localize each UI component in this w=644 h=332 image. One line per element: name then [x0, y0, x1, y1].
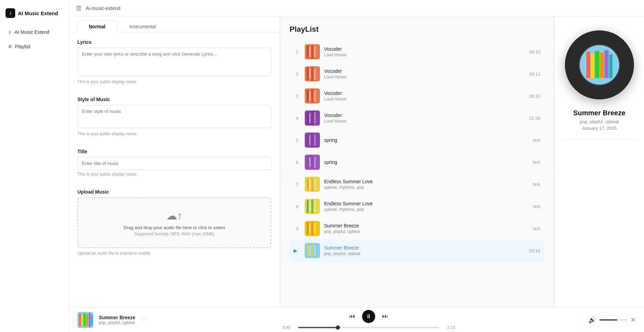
playlist-duration-4: N/A [527, 138, 540, 143]
playlist-num-0: 1 [294, 49, 301, 55]
app-logo-icon: ♪ [6, 8, 15, 18]
svg-rect-33 [311, 155, 313, 169]
playlist-thumb-6 [305, 177, 320, 192]
main-content: ☰ Ai-music-extend Normal Instrumental Ly… [69, 0, 644, 332]
tab-instrumental[interactable]: Instrumental [118, 21, 167, 32]
playlist-duration-6: N/A [527, 182, 540, 187]
upload-cloud-icon: ☁↑ [85, 209, 264, 222]
svg-rect-7 [307, 68, 309, 80]
style-textarea[interactable] [77, 105, 271, 128]
playlist-sub-9: pop, playful, upbeat [324, 251, 522, 256]
skip-forward-button[interactable]: ⏭ [382, 313, 388, 320]
playlist-item-2[interactable]: 3 Vocoder Loud House 00:10 [290, 85, 544, 107]
heart-icon[interactable]: ♡ [141, 316, 146, 324]
player-thumb-art [77, 312, 93, 328]
svg-rect-57 [311, 244, 313, 257]
playlist-sub-0: Loud House [324, 52, 522, 57]
skip-back-button[interactable]: ⏮ [349, 313, 355, 320]
svg-rect-72 [89, 313, 91, 327]
svg-rect-1 [307, 46, 309, 58]
playlist-title: PlayList [290, 25, 544, 34]
total-time: 2:16 [443, 325, 455, 330]
playlist-sub-1: Loud House [324, 75, 522, 79]
svg-rect-20 [309, 113, 311, 123]
playlist-item-7[interactable]: 8 Endless Summer Love upbeat, rhythmic, … [290, 195, 544, 217]
player-track-sub: pop, playful, upbeat [99, 320, 135, 325]
upload-section: Upload Music ☁↑ Drag and drop your audio… [69, 182, 280, 256]
svg-rect-3 [311, 45, 313, 59]
sidebar-item-ai-music-extend[interactable]: ♪ AI Music Extend [3, 26, 66, 39]
player-buttons: ⏮ ⏸ ⏭ [349, 310, 388, 323]
svg-rect-49 [307, 222, 309, 235]
playlist-name-1: Vocoder [324, 68, 522, 74]
pause-button[interactable]: ⏸ [362, 310, 375, 323]
svg-rect-2 [309, 47, 311, 57]
playlist-item-0[interactable]: 1 Vocoder Loud House 00:10 [290, 41, 544, 63]
bottom-player: Summer Breeze pop, playful, upbeat ♡ ⏮ ⏸… [69, 307, 644, 332]
svg-rect-26 [309, 135, 311, 145]
progress-thumb [336, 325, 340, 330]
playlist-item-3[interactable]: 4 Vocoder Loud House 01:35 [290, 107, 544, 129]
title-hint: This is your public display name. [77, 172, 271, 177]
playlist-item-6[interactable]: 7 Endless Summer Love upbeat, rhythmic, … [290, 173, 544, 195]
playlist-item-9[interactable]: ▶ Summer Breeze pop, playful, upbeat 02:… [290, 240, 544, 262]
svg-rect-47 [316, 202, 318, 211]
resize-handle-1[interactable] [280, 17, 281, 332]
playlist-name-6: Endless Summer Love [324, 179, 522, 184]
breadcrumb: Ai-music-extend [86, 6, 120, 11]
topbar: ☰ Ai-music-extend [69, 0, 644, 17]
playlist-name-7: Endless Summer Love [324, 201, 522, 206]
playlist-item-8[interactable]: 9 Summer Breeze pop, playful, upbeat N/A [290, 217, 544, 240]
player-close-button[interactable]: ✕ [631, 316, 636, 324]
volume-icon: 🔊 [588, 316, 596, 324]
title-input[interactable] [77, 157, 271, 170]
playlist-num-5: 6 [294, 160, 301, 165]
playlist-item-5[interactable]: 6 spring N/A [290, 151, 544, 173]
sidebar-item-label-playlist: Playlist [15, 44, 30, 49]
playlist-info-7: Endless Summer Love upbeat, rhythmic, po… [324, 201, 522, 212]
form-panel: Normal Instrumental Lyrics This is your … [69, 17, 280, 332]
svg-rect-64 [600, 52, 603, 78]
svg-rect-62 [591, 53, 594, 78]
upload-zone[interactable]: ☁↑ Drag and drop your audio file here or… [77, 197, 271, 248]
now-playing-date: January 17, 2025 [582, 126, 616, 131]
svg-rect-73 [91, 315, 93, 325]
sidebar-item-playlist[interactable]: ≡ Playlist [3, 40, 66, 53]
svg-rect-23 [316, 114, 318, 122]
playlist-name-4: spring [324, 137, 522, 143]
svg-rect-5 [316, 48, 318, 56]
playlist-name-3: Vocoder [324, 113, 522, 118]
playlist-num-8: 9 [294, 226, 301, 231]
playlist-sub-6: upbeat, rhythmic, pop [324, 185, 522, 190]
svg-rect-68 [79, 314, 81, 326]
svg-rect-43 [307, 200, 309, 213]
volume-bar[interactable] [599, 319, 627, 321]
svg-rect-8 [309, 69, 311, 79]
now-playing-panel: Summer Breeze pop, playful, upbeat Janua… [554, 17, 644, 332]
svg-rect-22 [314, 113, 316, 124]
tab-normal[interactable]: Normal [77, 21, 117, 32]
sidebar: ♪ AI Music Extend ♪ AI Music Extend ≡ Pl… [0, 0, 69, 332]
playlist-num-1: 2 [294, 71, 301, 77]
svg-rect-16 [314, 90, 316, 101]
playlist-thumb-4 [305, 133, 320, 148]
playlist-info-0: Vocoder Loud House [324, 46, 522, 57]
player-thumb [77, 312, 93, 328]
lyrics-textarea[interactable] [77, 48, 271, 76]
playlist-item-4[interactable]: 5 spring N/A [290, 129, 544, 151]
svg-rect-15 [311, 89, 313, 103]
resize-handle-2[interactable] [553, 17, 554, 332]
playlist-items: 1 Vocoder Loud House 00:10 2 Vocoder Lou… [290, 41, 544, 262]
playlist-name-2: Vocoder [324, 90, 522, 96]
playlist-duration-0: 00:10 [527, 49, 540, 55]
current-time: 0:40 [282, 325, 295, 330]
progress-bar[interactable] [298, 327, 439, 328]
playlist-item-1[interactable]: 2 Vocoder Loud House 00:11 [290, 63, 544, 85]
sidebar-toggle-icon[interactable]: ☰ [76, 4, 82, 12]
playlist-duration-1: 00:11 [527, 71, 540, 77]
playlist-info-8: Summer Breeze pop, playful, upbeat [324, 223, 522, 234]
playlist-panel: PlayList 1 Vocoder Loud House 00:10 2 Vo… [281, 17, 553, 332]
playlist-duration-7: N/A [527, 204, 540, 209]
svg-rect-51 [311, 222, 313, 235]
svg-rect-34 [314, 157, 316, 168]
